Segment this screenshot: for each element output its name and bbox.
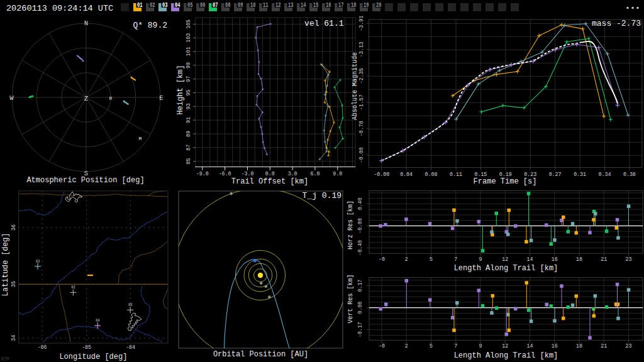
svg-text:91: 91 [186, 117, 191, 123]
svg-text:7: 7 [454, 256, 457, 262]
svg-text:-9.0: -9.0 [196, 171, 209, 177]
svg-text:9: 9 [479, 256, 482, 262]
svg-text:34: 34 [11, 335, 16, 341]
svg-text:103: 103 [186, 33, 191, 43]
svg-text:2: 2 [405, 256, 408, 262]
svg-text:16: 16 [552, 256, 558, 262]
svg-text:95: 95 [186, 90, 191, 96]
svg-text:-86: -86 [38, 344, 47, 350]
svg-text:Q* 89.2: Q* 89.2 [133, 21, 167, 30]
svg-text:19: 19 [364, 1, 369, 9]
svg-text:05: 05 [187, 1, 193, 9]
svg-text:mass -2.73: mass -2.73 [592, 19, 641, 28]
svg-text:-2.35: -2.35 [358, 68, 364, 84]
svg-text:21: 21 [601, 343, 607, 349]
svg-text:9: 9 [479, 343, 482, 349]
svg-text:11: 11 [263, 1, 269, 9]
svg-text:18: 18 [351, 1, 357, 9]
svg-text:-0.00: -0.00 [357, 218, 363, 234]
svg-text:-85: -85 [82, 344, 91, 350]
svg-text:Horz Res [km]: Horz Res [km] [347, 200, 354, 250]
svg-text:36: 36 [11, 224, 16, 231]
svg-text:04: 04 [96, 317, 100, 323]
svg-text:Length Along Trail [km]: Length Along Trail [km] [454, 264, 558, 273]
svg-text:Orbital Position [AU]: Orbital Position [AU] [213, 350, 308, 359]
svg-text:0.08: 0.08 [425, 172, 438, 177]
svg-text:08: 08 [128, 302, 133, 307]
svg-text:85: 85 [186, 158, 191, 165]
svg-text:21: 21 [601, 256, 607, 262]
svg-text:R: R [109, 96, 113, 101]
svg-text:3.0: 3.0 [288, 171, 297, 177]
svg-text:Longitude [deg]: Longitude [deg] [59, 353, 127, 361]
svg-text:T_j 0.19: T_j 0.19 [303, 191, 341, 200]
svg-text:-3.13: -3.13 [358, 41, 364, 57]
svg-text:W: W [9, 94, 14, 102]
svg-text:-0: -0 [379, 256, 385, 262]
svg-text:15: 15 [313, 1, 319, 9]
svg-text:0.38: 0.38 [623, 172, 636, 177]
svg-text:E: E [159, 94, 163, 102]
svg-text:20: 20 [376, 1, 382, 9]
svg-text:10: 10 [250, 1, 256, 9]
svg-text:01: 01 [137, 1, 143, 9]
svg-text:87: 87 [186, 145, 191, 151]
svg-text:-0.00: -0.00 [358, 147, 364, 163]
svg-text:vel 61.1: vel 61.1 [304, 19, 344, 28]
svg-text:0.04: 0.04 [400, 172, 413, 177]
svg-text:04: 04 [175, 1, 180, 9]
svg-text:23: 23 [626, 256, 632, 262]
svg-text:09: 09 [238, 1, 243, 9]
svg-text:Vert Res [km]: Vert Res [km] [347, 274, 354, 323]
svg-text:35: 35 [11, 281, 16, 287]
svg-text:Trail Offset [km]: Trail Offset [km] [231, 177, 308, 186]
svg-text:23: 23 [626, 343, 632, 349]
svg-text:Atmospheric Position [deg]: Atmospheric Position [deg] [26, 176, 144, 185]
svg-text:12: 12 [502, 256, 508, 262]
svg-text:99: 99 [186, 62, 191, 69]
svg-text:Z: Z [84, 95, 88, 102]
svg-text:Latitude [deg]: Latitude [deg] [1, 233, 10, 297]
svg-text:-0.00: -0.00 [374, 172, 389, 177]
svg-text:Length Along Trail [km]: Length Along Trail [km] [454, 351, 558, 360]
svg-text:0.31: 0.31 [574, 172, 586, 177]
svg-text:08: 08 [225, 1, 231, 9]
svg-text:-0.78: -0.78 [358, 121, 364, 136]
svg-text:7: 7 [454, 343, 457, 349]
svg-text:6.0: 6.0 [310, 171, 319, 177]
svg-text:-84: -84 [126, 344, 135, 350]
svg-text:02: 02 [150, 1, 155, 9]
svg-text:14: 14 [527, 343, 533, 349]
svg-text:-1.57: -1.57 [358, 94, 364, 110]
svg-text:07: 07 [213, 1, 218, 9]
svg-text:12: 12 [502, 343, 508, 349]
svg-text:14: 14 [301, 1, 306, 9]
svg-text:-6.0: -6.0 [219, 171, 231, 177]
svg-text:-0: -0 [379, 343, 385, 349]
svg-text:0.0: 0.0 [265, 171, 275, 177]
svg-text:5: 5 [430, 256, 433, 262]
svg-text:0.11: 0.11 [450, 172, 462, 177]
svg-text:20260113 09:24:14 UTC: 20260113 09:24:14 UTC [6, 4, 113, 13]
svg-text:2: 2 [405, 343, 408, 349]
svg-text:5: 5 [430, 343, 433, 349]
svg-text:97: 97 [186, 76, 191, 82]
svg-text:03: 03 [162, 1, 168, 9]
svg-text:17: 17 [338, 1, 344, 9]
svg-text:0.40: 0.40 [357, 197, 363, 210]
svg-text:-3.91: -3.91 [358, 16, 364, 31]
svg-text:0.00: 0.00 [357, 302, 363, 314]
svg-text:pjw: pjw [1, 356, 9, 361]
svg-text:M: M [139, 136, 142, 141]
svg-text:06: 06 [200, 1, 206, 9]
svg-text:-0.17: -0.17 [357, 322, 363, 337]
svg-text:93: 93 [186, 103, 191, 109]
svg-text:03: 03 [36, 258, 40, 264]
svg-text:89: 89 [186, 131, 191, 137]
svg-text:13: 13 [288, 1, 294, 9]
svg-text:12: 12 [275, 1, 281, 9]
svg-text:9.0: 9.0 [333, 171, 342, 177]
svg-text:-0.40: -0.40 [357, 240, 363, 256]
svg-text:105: 105 [186, 19, 191, 29]
svg-text:0.17: 0.17 [357, 280, 363, 292]
